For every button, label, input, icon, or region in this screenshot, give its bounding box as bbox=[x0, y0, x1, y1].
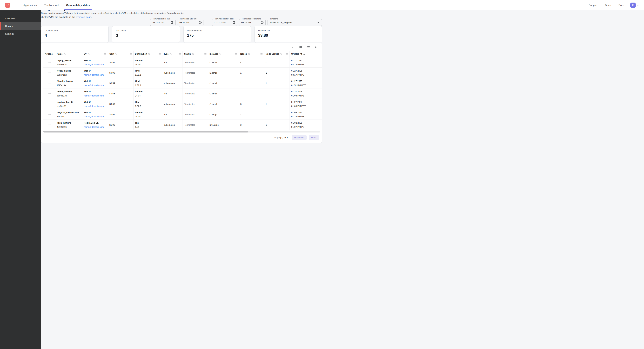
cell-name: friendly_brown 1f40a19e bbox=[55, 78, 82, 88]
fullscreen-icon[interactable] bbox=[315, 45, 318, 48]
sidebar-item-settings[interactable]: Settings bbox=[0, 30, 41, 37]
column-menu-icon[interactable] bbox=[179, 53, 181, 55]
page-label: Page bbox=[274, 136, 280, 139]
terminated-after-date-input[interactable] bbox=[152, 21, 169, 24]
created-by-email-link[interactable]: name@domain.com bbox=[84, 94, 108, 97]
created-by-email-link[interactable]: name@domain.com bbox=[84, 74, 108, 76]
table-row: trusting_leavitt cae5ea11 Web UI name@do… bbox=[43, 99, 322, 109]
column-label: Status bbox=[184, 53, 191, 55]
terminated-after-date-field[interactable]: Terminated after date bbox=[150, 19, 176, 26]
sort-icon bbox=[169, 53, 172, 55]
column-header-created-at[interactable]: Created At bbox=[290, 51, 313, 57]
date-range-separator: — bbox=[206, 21, 210, 24]
nav-item-applications[interactable]: Applications bbox=[20, 0, 40, 10]
cell-name: frosty_galileo 995b7182 bbox=[55, 68, 82, 78]
column-menu-icon[interactable] bbox=[158, 53, 161, 55]
clock-icon[interactable] bbox=[198, 21, 202, 24]
timezone-select[interactable]: Timezone America/Los_Angeles bbox=[267, 19, 322, 26]
stat-value: $3.80 bbox=[258, 33, 318, 38]
cell-name: keen_lumiere 4819de16 bbox=[55, 120, 82, 130]
cluster-id: 995b7182 bbox=[57, 74, 82, 76]
description-line-1: Displays prior clusters/VMs and their as… bbox=[41, 12, 184, 14]
table-body: happy_beaver a48d9324 Web UI name@domain… bbox=[43, 57, 322, 130]
terminated-before-time-input[interactable] bbox=[241, 21, 260, 24]
row-actions-button[interactable] bbox=[43, 57, 55, 67]
table-row: frosty_galileo 995b7182 Web UI name@doma… bbox=[43, 68, 322, 78]
column-header-status[interactable]: Status bbox=[183, 51, 208, 57]
table-row: friendly_brown 1f40a19e Web UI name@doma… bbox=[43, 78, 322, 88]
filter-icon[interactable] bbox=[291, 45, 294, 48]
column-header-node-groups[interactable]: Node Groups bbox=[264, 51, 290, 57]
sidebar-item-history[interactable]: History bbox=[0, 22, 41, 30]
previous-page-button[interactable]: Previous bbox=[292, 135, 306, 140]
created-time: 03:18 PM PST bbox=[291, 63, 313, 66]
row-actions-button[interactable] bbox=[43, 78, 55, 88]
column-menu-icon[interactable] bbox=[260, 53, 263, 55]
terminated-before-time-field[interactable]: Terminated before time bbox=[239, 19, 266, 26]
stat-label: Usage Minutes bbox=[187, 29, 247, 32]
column-header-nodes[interactable]: Nodes bbox=[239, 51, 264, 57]
created-by-email-link[interactable]: name@domain.com bbox=[84, 105, 108, 107]
column-header-distribution[interactable]: Distribution bbox=[134, 51, 162, 57]
created-time: 01:51 PM PST bbox=[291, 84, 313, 87]
column-header-instance[interactable]: Instance bbox=[208, 51, 239, 57]
cell-status: Terminated bbox=[183, 88, 208, 99]
stat-card: Cluster Count 4 bbox=[41, 26, 108, 43]
created-by-email-link[interactable]: name@domain.com bbox=[84, 84, 108, 87]
ellipsis-icon bbox=[48, 72, 51, 73]
cell-nodes: 3 bbox=[239, 120, 264, 130]
nav-item-compatibility-matrix[interactable]: Compatibility Matrix bbox=[62, 0, 94, 10]
cell-by: Replicated CLI name@domain.com bbox=[82, 120, 108, 130]
distribution-name: eks bbox=[135, 122, 162, 124]
created-date: 01/27/2025 bbox=[291, 90, 313, 93]
column-menu-icon[interactable] bbox=[235, 53, 238, 55]
row-actions-button[interactable] bbox=[43, 99, 55, 109]
column-menu-icon[interactable] bbox=[204, 53, 207, 55]
column-header-type[interactable]: Type bbox=[162, 51, 183, 57]
created-by-email-link[interactable]: name@domain.com bbox=[84, 115, 108, 118]
density-icon[interactable] bbox=[307, 45, 310, 48]
terminated-after-time-input[interactable] bbox=[180, 21, 198, 24]
calendar-icon[interactable] bbox=[170, 21, 174, 24]
column-header-name[interactable]: Name bbox=[55, 51, 82, 57]
stat-cards: Cluster Count 4 VM Count 3 Usage Minutes… bbox=[41, 26, 322, 43]
column-menu-icon[interactable] bbox=[286, 53, 288, 55]
columns-icon[interactable] bbox=[299, 45, 302, 48]
column-header-cost[interactable]: Cost bbox=[108, 51, 134, 57]
created-time: 01:07 PM PST bbox=[291, 126, 313, 128]
row-actions-button[interactable] bbox=[43, 68, 55, 78]
created-by-email-link[interactable]: name@domain.com bbox=[84, 63, 108, 66]
table-footer: Page [1] of 1 Previous Next bbox=[41, 132, 322, 140]
overview-page-link[interactable]: Overview page bbox=[76, 16, 91, 18]
terminated-after-time-field[interactable]: Terminated after time bbox=[177, 19, 204, 26]
sidebar-item-overview[interactable]: Overview bbox=[0, 14, 41, 22]
calendar-icon[interactable] bbox=[232, 21, 236, 24]
distribution-name: ubuntu bbox=[135, 111, 162, 114]
cell-status: Terminated bbox=[183, 57, 208, 67]
column-menu-icon[interactable] bbox=[104, 53, 106, 55]
created-by-email-link[interactable]: name@domain.com bbox=[84, 126, 108, 128]
sort-icon bbox=[248, 53, 250, 55]
terminated-before-date-input[interactable] bbox=[214, 21, 231, 24]
nav-item-troubleshoot[interactable]: Troubleshoot bbox=[40, 0, 62, 10]
horizontal-scrollbar-thumb[interactable] bbox=[43, 131, 248, 132]
stat-label: VM Count bbox=[116, 29, 176, 32]
column-header-by[interactable]: By bbox=[82, 51, 108, 57]
table-toolbar bbox=[41, 43, 322, 51]
terminated-before-date-field[interactable]: Terminated before date bbox=[212, 19, 238, 26]
clock-icon[interactable] bbox=[260, 21, 264, 24]
row-actions-button[interactable] bbox=[43, 88, 55, 99]
distribution-version: 24.04 bbox=[135, 63, 162, 66]
cell-cost: $0.51 bbox=[108, 109, 134, 119]
column-label: By bbox=[84, 53, 86, 55]
row-actions-button[interactable] bbox=[43, 109, 55, 119]
next-page-button[interactable]: Next bbox=[309, 135, 319, 140]
column-label: Distribution bbox=[135, 53, 147, 55]
replicated-logo[interactable]: R bbox=[5, 3, 10, 8]
ellipsis-icon bbox=[48, 103, 51, 105]
dropdown-caret-icon[interactable] bbox=[316, 21, 320, 24]
horizontal-scrollbar-track[interactable] bbox=[43, 131, 320, 132]
row-actions-button[interactable] bbox=[43, 120, 55, 130]
column-menu-icon[interactable] bbox=[130, 53, 132, 55]
distribution-version: 1.32.1 bbox=[135, 74, 162, 76]
